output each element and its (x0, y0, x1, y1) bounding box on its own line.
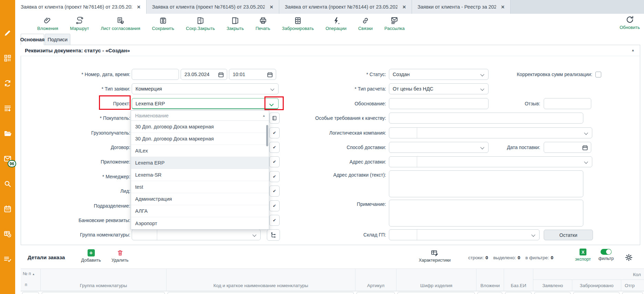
window-tab-2[interactable]: Заявка от клиента (проект №76145) от 23.… (147, 0, 279, 14)
close-icon[interactable]: ✕ (402, 4, 406, 10)
project-combobox[interactable]: Lexema ERP (132, 98, 279, 109)
operations-button[interactable]: Операции (325, 17, 346, 31)
calendar-picker-icon[interactable] (218, 72, 224, 77)
dropdown-scrollbar-thumb[interactable] (266, 125, 268, 146)
save-button[interactable]: Сохранить (152, 17, 174, 31)
refresh-button[interactable]: Обновить (620, 15, 640, 30)
column-number[interactable]: № п ▲ (23, 271, 35, 276)
window-tab-3[interactable]: Заявка от клиента (проект №76144) от 23.… (279, 0, 412, 14)
filter-input[interactable] (573, 292, 620, 294)
contract-select-button[interactable]: ✔ (269, 142, 280, 153)
reserve-button[interactable]: Забронировать (282, 17, 314, 31)
sync-icon[interactable] (3, 79, 12, 87)
mail-icon[interactable]: 96 (3, 155, 12, 163)
collapse-panel-icon[interactable]: ▲ (631, 48, 635, 52)
column-nomenclature-group[interactable]: Группа номенклатуры (40, 269, 166, 291)
column-shipped[interactable]: Отгр (621, 280, 644, 291)
filter-input[interactable] (42, 292, 165, 294)
manager-select-button[interactable]: ✔ (269, 171, 280, 182)
column-code-name[interactable]: Код и краткое наименование номенклатуры (166, 269, 355, 291)
dropdown-item[interactable]: AILex (131, 145, 269, 157)
dropdown-column-header[interactable]: Наименование ▲ (131, 111, 269, 121)
delete-row-button[interactable]: Удалить (109, 249, 131, 263)
save-close-button[interactable]: Сохр.Закрыть (186, 17, 215, 31)
request-type-select[interactable]: Коммерция (132, 83, 279, 94)
tab-signatures[interactable]: Подписи (45, 34, 70, 45)
route-button[interactable]: Маршрут (70, 17, 89, 31)
status-select[interactable]: Создан (389, 69, 489, 80)
lead-select-button[interactable]: ✔ (269, 186, 280, 197)
window-tab-4[interactable]: Заявки от клиента - Реестр за 2024 г. ✕ (412, 0, 511, 14)
correction-checkbox[interactable] (595, 72, 601, 77)
dropdown-item[interactable]: 30 Доп. договор Доска маркерная (131, 121, 269, 133)
schedule-table-icon[interactable] (3, 230, 12, 238)
dropdown-item[interactable]: Lexema-SR (131, 169, 269, 181)
filter-input[interactable] (622, 292, 643, 294)
close-button[interactable]: Закрыть (227, 17, 244, 31)
calendar-picker-icon[interactable] (582, 145, 588, 150)
add-row-button[interactable]: + Добавить (79, 249, 103, 263)
calendar-picker-icon[interactable] (267, 72, 273, 77)
note-textarea[interactable] (389, 200, 583, 227)
filter-input[interactable] (356, 292, 395, 294)
mailing-button[interactable]: Рассылка (384, 17, 405, 31)
nomenclature-group-combobox[interactable] (132, 229, 261, 240)
time-input[interactable]: 10:01 (229, 69, 276, 80)
consignee-select-button[interactable]: ✔ (269, 127, 280, 138)
filter-input[interactable] (477, 292, 502, 294)
characteristics-button[interactable]: Характеристики (415, 249, 454, 263)
bank-details-select-button[interactable]: ✔ (269, 215, 280, 226)
filter-input[interactable] (505, 292, 532, 294)
review-input[interactable] (544, 98, 591, 109)
filter-input[interactable] (22, 292, 39, 294)
logistics-combobox[interactable] (389, 127, 592, 138)
column-attachment[interactable]: Вложени (476, 269, 504, 291)
nomenclature-tree-button[interactable] (267, 229, 280, 241)
delivery-method-select[interactable] (389, 142, 489, 153)
window-tab-1[interactable]: Заявка от клиента (проект №76146) от 23.… (15, 0, 147, 14)
dropdown-item[interactable]: test (131, 181, 269, 193)
chevron-down-icon[interactable] (269, 102, 274, 106)
filter-input[interactable] (398, 292, 475, 294)
qr-code-icon[interactable] (3, 54, 12, 62)
close-icon[interactable]: ✕ (137, 4, 141, 10)
column-reserved[interactable]: Забронировано (572, 280, 621, 291)
department-select-button[interactable]: ✔ (269, 200, 280, 211)
buyer-journal-button[interactable] (269, 113, 280, 124)
tab-main[interactable]: Основная (21, 34, 44, 45)
filter-input[interactable] (534, 292, 571, 294)
column-article[interactable]: Артикул (355, 269, 396, 291)
attachments-button[interactable]: Вложения (37, 17, 58, 31)
approval-sheet-button[interactable]: Лист согласования (101, 17, 140, 31)
warehouse-combobox[interactable] (389, 229, 540, 240)
task-list-check-icon[interactable] (3, 255, 12, 263)
links-button[interactable]: Связки (358, 17, 373, 31)
column-product-code[interactable]: Шифр изделия (396, 269, 476, 291)
dropdown-item[interactable]: Аэропорт (131, 217, 269, 229)
close-icon[interactable]: ✕ (270, 4, 273, 10)
calc-type-select[interactable]: От цены без НДС (389, 83, 489, 94)
quality-input[interactable] (389, 113, 583, 124)
justification-input[interactable] (389, 98, 489, 109)
print-button[interactable]: Печать (255, 17, 270, 31)
dropdown-item[interactable]: 30 Доп. договор Доска маркерная (131, 133, 269, 145)
filter-toggle[interactable]: фильтр (597, 249, 615, 261)
calendar-icon[interactable] (3, 205, 12, 213)
dropdown-item[interactable]: Администрация (131, 193, 269, 205)
annex-select-button[interactable]: ✔ (269, 156, 280, 167)
dropdown-item-selected[interactable]: Lexema ERP (131, 157, 269, 169)
column-requested[interactable]: Заявлено (533, 280, 572, 291)
grid-settings-button[interactable] (625, 253, 633, 262)
dropdown-item[interactable]: АЛГА (131, 205, 269, 217)
folder-icon[interactable] (3, 129, 12, 138)
delivery-address-textarea[interactable] (389, 170, 583, 197)
export-excel-button[interactable]: X экспорт (573, 249, 593, 262)
number-input[interactable] (132, 69, 179, 80)
column-base-unit[interactable]: Баз.ЕИ (504, 269, 533, 291)
date-input[interactable]: 23.05.2024 (181, 69, 227, 80)
remainders-button[interactable]: Остатки (544, 230, 593, 240)
edit-icon[interactable] (3, 29, 12, 37)
search-icon[interactable] (3, 180, 12, 188)
delivery-address-combobox[interactable] (389, 156, 592, 167)
filter-input[interactable] (168, 292, 354, 294)
